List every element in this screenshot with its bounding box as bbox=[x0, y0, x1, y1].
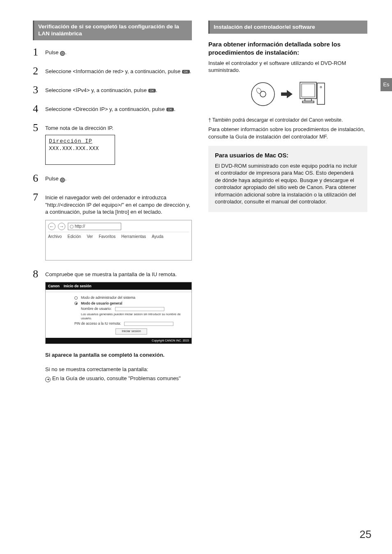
right-section-header: Instalación del controlador/el software bbox=[208, 21, 367, 34]
ok-icon: OK bbox=[182, 70, 190, 74]
step-text-pre: Seleccione <Información de red> y, a con… bbox=[45, 68, 182, 74]
browser-mockup: ← → http:// Archivo Edición Ver Favorito… bbox=[45, 220, 192, 261]
browser-menu-item: Edición bbox=[67, 234, 81, 240]
step-number: 3 bbox=[33, 85, 40, 95]
browser-menu-item: Ver bbox=[87, 234, 93, 240]
svg-point-0 bbox=[251, 83, 274, 106]
pin-label: PIN de acceso a la IU remota: bbox=[74, 321, 121, 326]
screen-not-shown-text: Si no se muestra correctamente la pantal… bbox=[45, 366, 192, 373]
login-button: Iniciar sesión bbox=[115, 328, 147, 335]
step-3: 3 Seleccione <IPv4> y, a continuación, p… bbox=[33, 85, 192, 95]
svg-rect-4 bbox=[302, 84, 315, 97]
step-8: 8 Compruebe que se muestra la pantalla d… bbox=[33, 269, 192, 382]
ip-display-value: XXX.XXX.XXX.XXX bbox=[49, 145, 111, 152]
remote-ui-login-mockup: Canon Inicio de sesión Modo de administr… bbox=[45, 282, 192, 344]
right-column: Instalación del controlador/el software … bbox=[208, 21, 367, 390]
arrow-icon bbox=[281, 90, 293, 98]
install-body-1: Instale el controlador y el software uti… bbox=[208, 60, 367, 74]
step-text-post: . bbox=[190, 68, 191, 74]
mac-os-title: Para usuarios de Mac OS: bbox=[215, 152, 361, 160]
radio-user-mode bbox=[74, 302, 78, 305]
browser-back-icon: ← bbox=[48, 223, 55, 230]
svg-rect-6 bbox=[302, 101, 314, 103]
step-number: 6 bbox=[33, 173, 40, 184]
step-text-post: . bbox=[65, 49, 67, 55]
globe-icon bbox=[70, 225, 74, 229]
step-number: 8 bbox=[33, 269, 40, 279]
login-title: Inicio de sesión bbox=[64, 284, 92, 289]
step-text-pre: Pulse bbox=[45, 175, 60, 182]
step-1: 1 Pulse . bbox=[33, 47, 192, 58]
step-5: 5 Tome nota de la dirección IP. Direcció… bbox=[33, 122, 192, 165]
step-text-pre: Seleccione <Dirección IP> y, a continuac… bbox=[45, 106, 166, 112]
browser-menu-item: Ayuda bbox=[152, 234, 163, 240]
verification-steps: 1 Pulse . 2 Seleccione <Información de r… bbox=[33, 47, 192, 382]
install-detailed-heading: Para obtener información detallada sobre… bbox=[208, 40, 367, 57]
step-number: 2 bbox=[33, 66, 40, 76]
step-6: 6 Pulse . bbox=[33, 173, 192, 184]
left-column: Verificación de si se completó las confi… bbox=[33, 21, 192, 390]
username-input bbox=[115, 307, 164, 311]
page-number: 25 bbox=[360, 527, 371, 542]
step-text-pre: Seleccione <IPv4> y, a continuación, pul… bbox=[45, 87, 148, 93]
mode-user-label: Modo de usuario general bbox=[81, 301, 122, 306]
login-copyright: Copyright CANON INC. 2015 bbox=[46, 338, 191, 343]
browser-menu-row: Archivo Edición Ver Favoritos Herramient… bbox=[48, 232, 189, 240]
ok-icon: OK bbox=[148, 89, 156, 92]
username-hint: Los usuarios generales pueden iniciar se… bbox=[81, 312, 188, 321]
dvd-to-computer-illustration bbox=[208, 80, 367, 108]
step-text: Tome nota de la dirección IP. bbox=[45, 125, 192, 132]
radio-admin-mode bbox=[74, 296, 78, 300]
browser-url: http:// bbox=[75, 224, 85, 229]
connection-completed-text: Si aparece la pantalla se completó la co… bbox=[45, 351, 192, 359]
step-text-post: . bbox=[174, 106, 175, 112]
step-number: 4 bbox=[33, 104, 40, 114]
pin-input bbox=[124, 322, 173, 326]
browser-address-bar: http:// bbox=[68, 223, 121, 230]
disc-icon bbox=[250, 81, 276, 107]
step-number: 7 bbox=[33, 192, 40, 203]
install-body-2: Para obtener información sobre los proce… bbox=[208, 126, 367, 140]
mac-os-body: El DVD-ROM suministrado con este equipo … bbox=[215, 162, 361, 205]
step-7: 7 Inicie el navegador web del ordenador … bbox=[33, 192, 192, 260]
step-text-pre: Pulse bbox=[45, 49, 60, 55]
browser-forward-icon: → bbox=[58, 223, 65, 230]
browser-menu-item: Herramientas bbox=[121, 234, 146, 240]
step-text: Compruebe que se muestra la pantalla de … bbox=[45, 271, 192, 278]
svg-point-8 bbox=[320, 86, 322, 88]
svg-rect-5 bbox=[305, 99, 311, 101]
svg-rect-3 bbox=[300, 82, 316, 99]
step-text: Inicie el navegador web del ordenador e … bbox=[45, 194, 192, 216]
user-guide-ref: En la Guía de usuario, consulte "Problem… bbox=[52, 375, 181, 381]
browser-menu-item: Favoritos bbox=[99, 234, 115, 240]
ok-icon: OK bbox=[166, 108, 174, 111]
computer-icon bbox=[297, 80, 326, 108]
step-number: 1 bbox=[33, 47, 40, 58]
mac-os-note-box: Para usuarios de Mac OS: El DVD-ROM sumi… bbox=[208, 146, 367, 212]
menu-icon bbox=[60, 51, 65, 56]
download-note: † También podrá descargar el controlador… bbox=[208, 117, 367, 123]
language-side-tab: Es bbox=[380, 78, 392, 91]
step-2: 2 Seleccione <Información de red> y, a c… bbox=[33, 66, 192, 76]
mode-admin-label: Modo de administrador del sistema bbox=[81, 295, 135, 300]
reference-arrow-icon: ➜ bbox=[45, 377, 51, 382]
browser-menu-item: Archivo bbox=[48, 234, 62, 240]
ip-display-box: Dirección IP XXX.XXX.XXX.XXX bbox=[45, 135, 115, 165]
username-label: Nombre de usuario: bbox=[81, 307, 112, 311]
menu-icon bbox=[60, 178, 65, 182]
step-text-post: . bbox=[156, 87, 157, 93]
step-4: 4 Seleccione <Dirección IP> y, a continu… bbox=[33, 104, 192, 114]
step-text-post: . bbox=[65, 175, 67, 182]
left-section-header: Verificación de si se completó las confi… bbox=[33, 21, 192, 40]
svg-point-2 bbox=[256, 87, 262, 94]
ip-display-title: Dirección IP bbox=[49, 138, 111, 145]
step-number: 5 bbox=[33, 122, 40, 133]
login-brand: Canon bbox=[48, 284, 60, 289]
